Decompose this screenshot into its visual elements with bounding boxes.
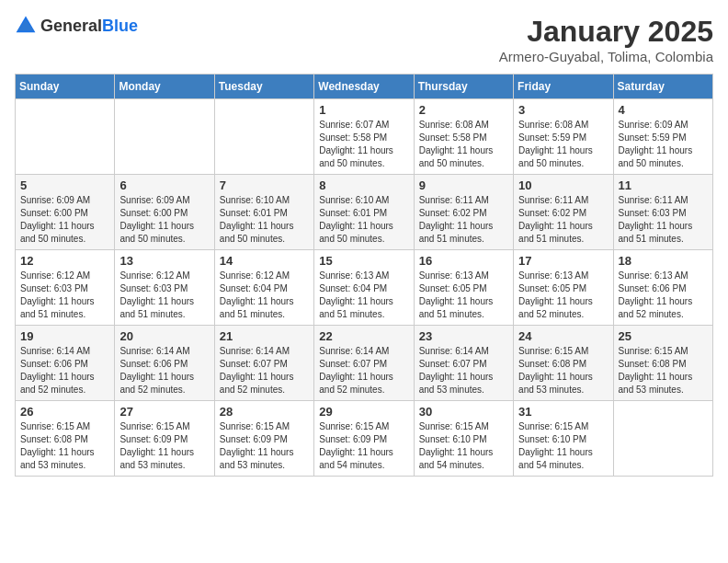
day-number: 11 <box>619 178 708 192</box>
col-header-wednesday: Wednesday <box>314 75 414 99</box>
day-cell: 19Sunrise: 6:14 AMSunset: 6:06 PMDayligh… <box>16 326 115 401</box>
day-number: 15 <box>319 254 408 268</box>
day-info: Sunrise: 6:14 AMSunset: 6:06 PMDaylight:… <box>20 345 109 396</box>
day-info: Sunrise: 6:15 AMSunset: 6:09 PMDaylight:… <box>119 420 209 472</box>
calendar-header-row: SundayMondayTuesdayWednesdayThursdayFrid… <box>16 75 713 99</box>
day-cell: 18Sunrise: 6:13 AMSunset: 6:06 PMDayligh… <box>613 250 712 326</box>
day-number: 26 <box>20 405 109 419</box>
day-info: Sunrise: 6:14 AMSunset: 6:06 PMDaylight:… <box>119 345 209 396</box>
day-info: Sunrise: 6:15 AMSunset: 6:09 PMDaylight:… <box>220 420 309 472</box>
day-cell: 27Sunrise: 6:15 AMSunset: 6:09 PMDayligh… <box>115 401 214 477</box>
day-number: 31 <box>518 405 608 419</box>
day-number: 14 <box>220 254 309 268</box>
day-number: 7 <box>220 178 309 192</box>
day-cell: 17Sunrise: 6:13 AMSunset: 6:05 PMDayligh… <box>514 250 613 326</box>
day-cell: 26Sunrise: 6:15 AMSunset: 6:08 PMDayligh… <box>16 401 115 477</box>
day-cell: 13Sunrise: 6:12 AMSunset: 6:03 PMDayligh… <box>115 250 214 326</box>
day-cell <box>16 99 115 175</box>
day-number: 16 <box>419 254 508 268</box>
day-cell: 11Sunrise: 6:11 AMSunset: 6:03 PMDayligh… <box>613 175 712 250</box>
day-number: 23 <box>419 329 508 343</box>
day-cell: 28Sunrise: 6:15 AMSunset: 6:09 PMDayligh… <box>214 401 313 477</box>
col-header-tuesday: Tuesday <box>214 75 313 99</box>
day-cell: 1Sunrise: 6:07 AMSunset: 5:58 PMDaylight… <box>314 99 414 175</box>
day-cell: 21Sunrise: 6:14 AMSunset: 6:07 PMDayligh… <box>214 326 313 401</box>
day-cell: 9Sunrise: 6:11 AMSunset: 6:02 PMDaylight… <box>414 175 513 250</box>
day-info: Sunrise: 6:15 AMSunset: 6:10 PMDaylight:… <box>518 420 608 472</box>
day-info: Sunrise: 6:10 AMSunset: 6:01 PMDaylight:… <box>319 194 408 246</box>
day-cell: 25Sunrise: 6:15 AMSunset: 6:08 PMDayligh… <box>613 326 712 401</box>
day-number: 2 <box>419 103 508 117</box>
day-number: 22 <box>319 329 408 343</box>
day-info: Sunrise: 6:14 AMSunset: 6:07 PMDaylight:… <box>220 345 309 396</box>
day-number: 10 <box>518 178 608 192</box>
day-number: 20 <box>119 329 209 343</box>
day-number: 4 <box>619 103 708 117</box>
location-title: Armero-Guyabal, Tolima, Colombia <box>499 49 713 64</box>
svg-marker-1 <box>17 19 34 31</box>
day-cell: 7Sunrise: 6:10 AMSunset: 6:01 PMDaylight… <box>214 175 313 250</box>
day-info: Sunrise: 6:14 AMSunset: 6:07 PMDaylight:… <box>319 345 408 396</box>
day-number: 3 <box>518 103 608 117</box>
day-cell: 5Sunrise: 6:09 AMSunset: 6:00 PMDaylight… <box>16 175 115 250</box>
day-cell: 3Sunrise: 6:08 AMSunset: 5:59 PMDaylight… <box>514 99 613 175</box>
day-cell: 22Sunrise: 6:14 AMSunset: 6:07 PMDayligh… <box>314 326 414 401</box>
day-cell: 2Sunrise: 6:08 AMSunset: 5:58 PMDaylight… <box>414 99 513 175</box>
day-number: 8 <box>319 178 408 192</box>
day-info: Sunrise: 6:12 AMSunset: 6:04 PMDaylight:… <box>220 270 309 321</box>
day-info: Sunrise: 6:08 AMSunset: 5:59 PMDaylight:… <box>518 119 608 170</box>
day-info: Sunrise: 6:13 AMSunset: 6:04 PMDaylight:… <box>319 270 408 321</box>
day-cell: 14Sunrise: 6:12 AMSunset: 6:04 PMDayligh… <box>214 250 313 326</box>
day-cell: 10Sunrise: 6:11 AMSunset: 6:02 PMDayligh… <box>514 175 613 250</box>
day-info: Sunrise: 6:13 AMSunset: 6:05 PMDaylight:… <box>419 270 508 321</box>
day-info: Sunrise: 6:09 AMSunset: 6:00 PMDaylight:… <box>20 194 109 246</box>
day-info: Sunrise: 6:10 AMSunset: 6:01 PMDaylight:… <box>220 194 309 246</box>
logo-text-blue: Blue <box>102 17 138 35</box>
day-info: Sunrise: 6:13 AMSunset: 6:05 PMDaylight:… <box>518 270 608 321</box>
day-number: 21 <box>220 329 309 343</box>
day-cell <box>613 401 712 477</box>
day-info: Sunrise: 6:15 AMSunset: 6:08 PMDaylight:… <box>20 420 109 472</box>
week-row-5: 26Sunrise: 6:15 AMSunset: 6:08 PMDayligh… <box>16 401 713 477</box>
day-info: Sunrise: 6:15 AMSunset: 6:09 PMDaylight:… <box>319 420 408 472</box>
logo: GeneralBlue <box>15 15 138 37</box>
day-cell <box>214 99 313 175</box>
col-header-saturday: Saturday <box>613 75 712 99</box>
col-header-friday: Friday <box>514 75 613 99</box>
day-number: 24 <box>518 329 608 343</box>
day-info: Sunrise: 6:09 AMSunset: 6:00 PMDaylight:… <box>119 194 209 246</box>
day-cell <box>115 99 214 175</box>
day-info: Sunrise: 6:07 AMSunset: 5:58 PMDaylight:… <box>319 119 408 170</box>
day-cell: 30Sunrise: 6:15 AMSunset: 6:10 PMDayligh… <box>414 401 513 477</box>
day-cell: 16Sunrise: 6:13 AMSunset: 6:05 PMDayligh… <box>414 250 513 326</box>
day-number: 27 <box>119 405 209 419</box>
day-cell: 23Sunrise: 6:14 AMSunset: 6:07 PMDayligh… <box>414 326 513 401</box>
month-title: January 2025 <box>499 15 713 49</box>
day-info: Sunrise: 6:11 AMSunset: 6:02 PMDaylight:… <box>419 194 508 246</box>
logo-text-general: General <box>40 17 102 35</box>
day-cell: 24Sunrise: 6:15 AMSunset: 6:08 PMDayligh… <box>514 326 613 401</box>
week-row-1: 1Sunrise: 6:07 AMSunset: 5:58 PMDaylight… <box>16 99 713 175</box>
col-header-sunday: Sunday <box>16 75 115 99</box>
day-number: 17 <box>518 254 608 268</box>
day-number: 29 <box>319 405 408 419</box>
day-cell: 12Sunrise: 6:12 AMSunset: 6:03 PMDayligh… <box>16 250 115 326</box>
col-header-thursday: Thursday <box>414 75 513 99</box>
day-cell: 20Sunrise: 6:14 AMSunset: 6:06 PMDayligh… <box>115 326 214 401</box>
day-number: 13 <box>119 254 209 268</box>
day-number: 12 <box>20 254 109 268</box>
title-block: January 2025 Armero-Guyabal, Tolima, Col… <box>499 15 713 64</box>
week-row-3: 12Sunrise: 6:12 AMSunset: 6:03 PMDayligh… <box>16 250 713 326</box>
day-info: Sunrise: 6:14 AMSunset: 6:07 PMDaylight:… <box>419 345 508 396</box>
day-number: 5 <box>20 178 109 192</box>
day-cell: 29Sunrise: 6:15 AMSunset: 6:09 PMDayligh… <box>314 401 414 477</box>
day-number: 9 <box>419 178 508 192</box>
day-number: 1 <box>319 103 408 117</box>
day-info: Sunrise: 6:12 AMSunset: 6:03 PMDaylight:… <box>20 270 109 321</box>
day-info: Sunrise: 6:09 AMSunset: 5:59 PMDaylight:… <box>619 119 708 170</box>
page-header: GeneralBlue January 2025 Armero-Guyabal,… <box>15 15 713 64</box>
day-info: Sunrise: 6:11 AMSunset: 6:02 PMDaylight:… <box>518 194 608 246</box>
calendar-table: SundayMondayTuesdayWednesdayThursdayFrid… <box>15 74 713 477</box>
day-number: 19 <box>20 329 109 343</box>
day-info: Sunrise: 6:15 AMSunset: 6:08 PMDaylight:… <box>518 345 608 396</box>
